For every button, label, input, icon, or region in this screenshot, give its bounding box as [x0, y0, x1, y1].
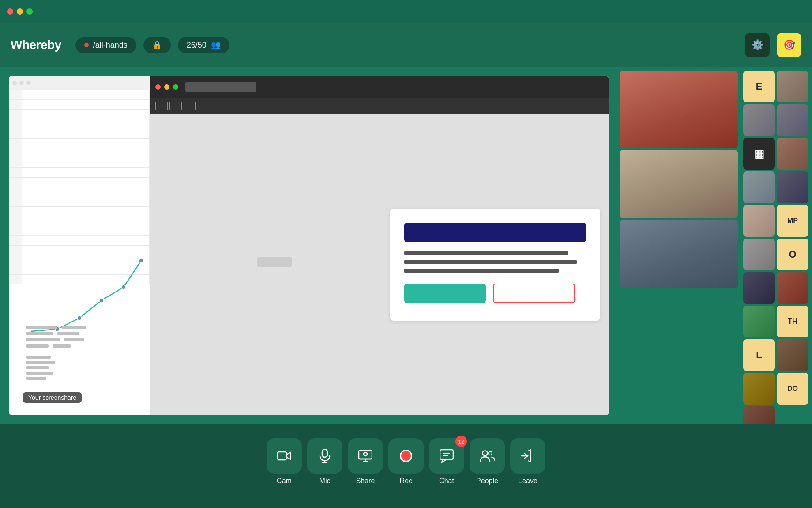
cam-label: Cam [277, 477, 292, 485]
mic-button[interactable]: Mic [307, 438, 342, 485]
browser-tab-2[interactable] [169, 102, 182, 110]
video-thumb-1[interactable] [620, 71, 738, 148]
cursor-icon [571, 299, 578, 306]
room-badge[interactable]: /all-hands [75, 37, 136, 53]
browser-tab-1[interactable] [155, 102, 168, 110]
chat-label: Chat [439, 477, 454, 485]
svg-point-1 [77, 316, 82, 320]
spreadsheet-panel [9, 76, 150, 415]
avatar-photo-10[interactable] [777, 272, 808, 304]
card-buttons [404, 284, 586, 303]
cam-icon-wrap[interactable] [267, 438, 302, 474]
leave-icon [521, 449, 534, 463]
share-icon [358, 450, 372, 462]
avatar-TH[interactable]: TH [777, 306, 808, 337]
avatar-O[interactable]: O [777, 239, 808, 270]
live-dot [84, 43, 89, 47]
chat-badge: 12 [455, 436, 467, 447]
browser-tab-4[interactable] [198, 102, 210, 110]
participant-row [743, 171, 808, 203]
participant-row [743, 406, 808, 424]
user-avatar-icon: 🎯 [783, 39, 795, 51]
avatar-photo-9[interactable] [743, 272, 775, 304]
svg-point-4 [139, 258, 143, 263]
participant-row: E [743, 71, 808, 102]
cam-button[interactable]: Cam [267, 438, 302, 485]
svg-point-17 [483, 451, 488, 456]
browser-url-bar[interactable] [185, 82, 256, 92]
avatar-photo-8[interactable] [743, 239, 775, 270]
card-title-bar [404, 223, 586, 242]
avatar-photo-13[interactable] [743, 373, 775, 405]
share-label: Share [356, 477, 375, 485]
svg-rect-5 [278, 452, 286, 460]
participant-strip: E ▦ MP O [741, 67, 812, 424]
browser-card [390, 209, 600, 321]
settings-button[interactable]: ⚙️ [745, 33, 770, 57]
svg-point-3 [121, 285, 126, 289]
share-button[interactable]: Share [348, 438, 383, 485]
participant-count[interactable]: 26/50 👥 [178, 37, 229, 53]
participant-row: DO [743, 373, 808, 405]
avatar-pixel[interactable]: ▦ [743, 138, 775, 170]
avatar-E[interactable]: E [743, 71, 775, 102]
video-thumb-2[interactable] [620, 150, 738, 218]
text-bars [26, 326, 132, 380]
people-icon-wrap[interactable] [470, 438, 505, 474]
lock-icon: 🔒 [152, 40, 162, 50]
count-number: 26/50 [187, 41, 207, 50]
avatar-photo-11[interactable] [743, 306, 775, 337]
browser-toolbar [150, 76, 609, 98]
rec-icon-wrap[interactable] [388, 438, 424, 474]
avatar-photo-1[interactable] [777, 71, 808, 102]
avatar-photo-14[interactable] [743, 406, 775, 424]
avatar-photo-7[interactable] [743, 205, 775, 237]
browser-tab-6[interactable] [226, 102, 238, 110]
avatar-photo-5[interactable] [743, 171, 775, 203]
avatar-photo-3[interactable] [777, 104, 808, 136]
browser-maximize[interactable] [173, 84, 178, 90]
people-icon: 👥 [211, 40, 221, 50]
leave-button[interactable]: Leave [510, 438, 545, 485]
browser-tab-5[interactable] [212, 102, 224, 110]
avatar-DO[interactable]: DO [777, 373, 808, 405]
title-bar [0, 0, 812, 23]
lock-badge[interactable]: 🔒 [143, 37, 171, 53]
browser-minimize[interactable] [164, 84, 169, 90]
browser-close[interactable] [155, 84, 161, 90]
participant-row: L [743, 339, 808, 371]
rec-button[interactable]: Rec [388, 438, 424, 485]
avatar-L[interactable]: L [743, 339, 775, 371]
minimize-button[interactable] [17, 8, 23, 15]
avatar-photo-2[interactable] [743, 104, 775, 136]
avatar-MP[interactable]: MP [777, 205, 808, 237]
people-button[interactable]: People [470, 438, 505, 485]
chat-icon-wrap[interactable]: 12 [429, 438, 464, 474]
avatar-photo-12[interactable] [777, 339, 808, 371]
room-name: /all-hands [93, 41, 128, 50]
svg-point-18 [489, 451, 492, 455]
maximize-button[interactable] [26, 8, 33, 15]
mic-icon [319, 449, 331, 463]
mic-icon-wrap[interactable] [307, 438, 342, 474]
share-icon-wrap[interactable] [348, 438, 383, 474]
avatar-photo-4[interactable] [777, 138, 808, 170]
video-thumb-3[interactable] [620, 220, 738, 288]
cam-icon [277, 450, 291, 462]
chat-icon [440, 449, 454, 463]
screenshare-window: Your screenshare [9, 76, 609, 415]
card-secondary-button[interactable] [493, 284, 575, 303]
user-avatar-button[interactable]: 🎯 [777, 33, 801, 57]
participant-row [743, 272, 808, 304]
chat-button[interactable]: 12 Chat [429, 438, 464, 485]
header: Whereby /all-hands 🔒 26/50 👥 ⚙️ 🎯 [0, 23, 812, 67]
participant-row [743, 104, 808, 136]
close-button[interactable] [7, 8, 13, 15]
browser-tab-3[interactable] [184, 102, 196, 110]
avatar-photo-6[interactable] [777, 171, 808, 203]
leave-icon-wrap[interactable] [510, 438, 545, 474]
traffic-lights [7, 8, 33, 15]
browser-panel [150, 76, 609, 415]
card-primary-button[interactable] [404, 284, 486, 303]
svg-rect-6 [322, 449, 327, 457]
